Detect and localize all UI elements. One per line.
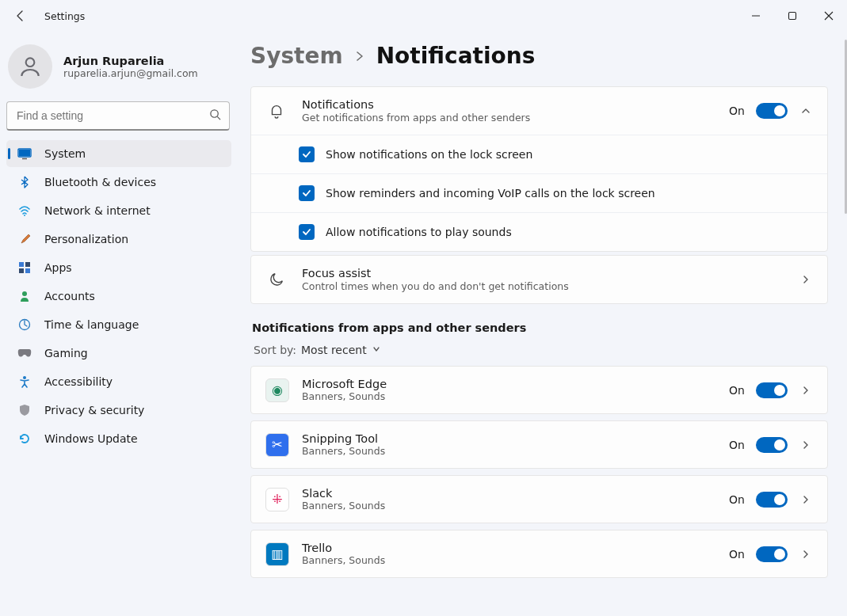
app-name: Microsoft Edge [302,378,729,390]
sidebar-item-apps[interactable]: Apps [6,254,231,281]
sidebar-item-system[interactable]: System [6,140,231,167]
sidebar-item-network[interactable]: Network & internet [6,197,231,224]
minimize-button[interactable] [738,1,774,31]
sidebar: Arjun Ruparelia ruparelia.arjun@gmail.co… [0,32,238,616]
avatar [8,44,52,89]
svg-point-8 [24,215,25,216]
checkbox-label: Show reminders and incoming VoIP calls o… [326,187,655,200]
apps-section-title: Notifications from apps and other sender… [252,321,828,334]
app-sub: Banners, Sounds [302,500,729,511]
app-toggle[interactable] [756,382,788,398]
chevron-right-icon [799,494,813,505]
app-sub: Banners, Sounds [302,554,729,566]
card-title: Notifications [302,98,729,111]
checkbox-checked-icon[interactable] [299,146,315,162]
back-button[interactable] [11,6,30,25]
svg-point-3 [211,110,218,117]
titlebar: Settings [0,0,847,32]
sidebar-item-label: Privacy & security [44,404,144,416]
search-box[interactable] [6,101,230,131]
sidebar-item-accessibility[interactable]: Accessibility [6,368,231,395]
svg-rect-1 [789,13,796,20]
bluetooth-icon [17,175,32,189]
toggle-state-label: On [729,439,745,451]
apps-icon [17,260,32,275]
checkbox-label: Show notifications on the lock screen [326,148,532,161]
sidebar-item-accounts[interactable]: Accounts [6,283,231,310]
card-desc: Control times when you do and don't get … [302,280,799,292]
sidebar-item-time[interactable]: Time & language [6,311,231,338]
app-name: Slack [302,487,729,500]
app-icon: ✂ [265,433,289,457]
sort-label: Sort by: [254,344,296,356]
checkbox-checked-icon[interactable] [299,224,315,240]
svg-point-13 [22,291,27,296]
toggle-state-label: On [729,105,745,117]
svg-rect-12 [25,268,30,273]
sidebar-item-privacy[interactable]: Privacy & security [6,397,231,424]
page-title: Notifications [376,43,536,69]
update-icon [17,432,32,446]
search-input[interactable] [7,102,229,129]
profile-block[interactable]: Arjun Ruparelia ruparelia.arjun@gmail.co… [6,40,231,101]
breadcrumb-parent[interactable]: System [250,43,343,69]
checkbox-row-lockscreen[interactable]: Show notifications on the lock screen [251,135,827,173]
app-icon: ◉ [265,378,289,402]
search-icon [209,108,221,123]
sort-by-dropdown[interactable]: Sort by: Most recent [254,344,828,356]
sidebar-item-bluetooth[interactable]: Bluetooth & devices [6,169,231,196]
system-icon [17,146,32,161]
focus-assist-card[interactable]: Focus assist Control times when you do a… [250,255,828,304]
chevron-right-icon [799,385,813,396]
sidebar-item-label: Time & language [44,318,139,331]
sidebar-item-label: Accounts [44,290,95,302]
sidebar-item-label: Bluetooth & devices [44,176,156,188]
app-icon: ▥ [265,542,289,566]
app-notification-row[interactable]: ◉ Microsoft Edge Banners, Sounds On [250,366,828,414]
close-button[interactable] [811,1,847,31]
gamepad-icon [17,346,32,360]
app-icon: ⁜ [265,488,289,511]
app-notification-row[interactable]: ▥ Trello Banners, Sounds On [250,530,828,578]
maximize-button[interactable] [774,1,811,31]
accessibility-icon [17,375,32,389]
checkbox-row-sounds[interactable]: Allow notifications to play sounds [251,212,827,251]
sidebar-item-personalization[interactable]: Personalization [6,226,231,253]
chevron-down-icon [372,344,381,356]
sidebar-item-update[interactable]: Windows Update [6,425,231,452]
sidebar-item-label: Apps [44,261,72,274]
notifications-toggle[interactable] [756,103,788,119]
app-toggle[interactable] [756,492,788,508]
app-sub: Banners, Sounds [302,445,729,457]
chevron-up-icon[interactable] [799,105,813,116]
notifications-toggle-card[interactable]: Notifications Get notifications from app… [250,86,828,252]
sidebar-item-label: Network & internet [44,204,151,217]
toggle-state-label: On [729,493,745,506]
app-notification-row[interactable]: ⁜ Slack Banners, Sounds On [250,475,828,523]
sidebar-item-label: Personalization [44,233,128,245]
checkbox-label: Allow notifications to play sounds [326,226,512,238]
app-toggle[interactable] [756,437,788,453]
sidebar-item-label: System [44,147,86,160]
brush-icon [17,232,32,246]
chevron-right-icon [799,549,813,560]
toggle-state-label: On [729,384,745,397]
svg-point-15 [23,376,26,379]
checkbox-row-voip[interactable]: Show reminders and incoming VoIP calls o… [251,173,827,212]
sidebar-item-label: Accessibility [44,375,113,388]
svg-rect-9 [19,262,24,267]
globe-clock-icon [17,318,32,332]
app-sub: Banners, Sounds [302,390,729,402]
shield-icon [17,403,32,417]
checkbox-checked-icon[interactable] [299,185,315,201]
nav-list: System Bluetooth & devices Network & int… [6,140,231,452]
app-toggle[interactable] [756,546,788,562]
svg-rect-6 [19,150,30,156]
svg-rect-10 [25,262,30,267]
sidebar-item-gaming[interactable]: Gaming [6,340,231,367]
profile-name: Arjun Ruparelia [63,55,198,67]
chevron-right-icon [799,274,813,285]
svg-point-2 [26,58,35,67]
app-notification-row[interactable]: ✂ Snipping Tool Banners, Sounds On [250,420,828,469]
chevron-right-icon [354,47,365,66]
